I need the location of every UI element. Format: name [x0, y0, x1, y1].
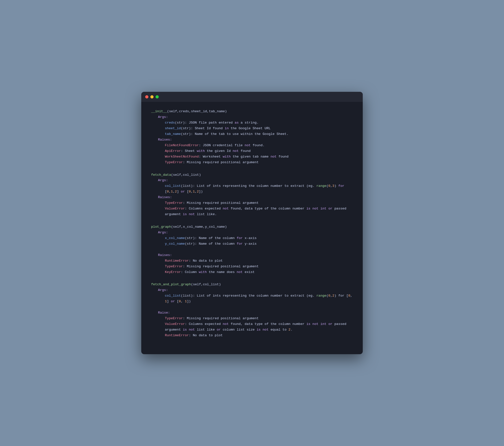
fetch-data-error-valueerror-line1: ValueError: Columns expected not found, …: [165, 206, 353, 212]
close-button[interactable]: [145, 95, 148, 98]
fetch-data-func-line: fetch_data(self,col_list): [151, 172, 353, 178]
plot-graph-error-runtime: RuntimeError: No data to plot: [165, 258, 353, 264]
init-param-tab-name: tab_name(str): Name of the tab to use wi…: [165, 131, 353, 137]
init-param-sheet-id: sheet_id(str): Sheet Id found in the Goo…: [165, 126, 353, 131]
init-error-filenotfound: FileNotFoundError: JSON credential file …: [165, 143, 353, 149]
fetch-data-raises-label: Raises:: [158, 195, 353, 200]
fetch-and-plot-section: fetch_and_plot_graph(self,col_list) Args…: [151, 282, 353, 338]
fetch-and-plot-error-valueerror-line1: ValueError: Columns expected not found, …: [165, 321, 353, 327]
fetch-data-args-label: Args:: [158, 178, 353, 183]
fetch-and-plot-func-line: fetch_and_plot_graph(self,col_list): [151, 282, 353, 287]
plot-graph-param-x: x_col_name(str): Name of the column for …: [165, 236, 353, 241]
fetch-and-plot-raise-label: Raise:: [158, 310, 353, 316]
plot-graph-func-line: plot_graph(self,x_col_name,y_col_name): [151, 224, 353, 230]
fetch-data-error-typeerror: TypeError: Missing required positional a…: [165, 200, 353, 206]
fetch-and-plot-param-line2: 1] or [0, 1]): [165, 299, 353, 304]
fetch-and-plot-spacer: [151, 304, 353, 310]
init-func-line: __init__(self,creds,sheet_id,tab_name): [151, 109, 353, 114]
fetch-and-plot-error-runtime: RuntimeError: No data to plot: [165, 333, 353, 338]
init-error-apierror: ApiError: Sheet with the given Id not fo…: [165, 149, 353, 154]
fetch-and-plot-param-line1: col_list(list): List of ints representin…: [165, 293, 353, 299]
init-param-creds: creds(str): JSON file path entered as a …: [165, 120, 353, 126]
plot-graph-param-y: y_col_name(str): Name of the column for …: [165, 241, 353, 247]
fetch-and-plot-error-valueerror-line2: argument is not list like or column list…: [165, 327, 353, 333]
init-error-typeerror: TypeError: Missing required positional a…: [165, 160, 353, 166]
plot-graph-error-typeerror: TypeError: Missing required positional a…: [165, 264, 353, 270]
init-section: __init__(self,creds,sheet_id,tab_name) A…: [151, 109, 353, 165]
init-error-worksheetnotfound: WorkSheetNotFound: Worksheet with the gi…: [165, 154, 353, 160]
maximize-button[interactable]: [156, 95, 159, 98]
fetch-data-section: fetch_data(self,col_list) Args: col_list…: [151, 172, 353, 218]
fetch-data-error-valueerror-line2: argument is not list like.: [165, 212, 353, 217]
plot-graph-error-keyerror: KeyError: Column with the name does not …: [165, 270, 353, 275]
fetch-and-plot-args-label: Args:: [158, 287, 353, 293]
plot-graph-raises-label: Raises:: [158, 253, 353, 258]
init-raises-label: Raises:: [158, 137, 353, 143]
titlebar: [141, 92, 363, 102]
fetch-data-param-line2: [0,1,2] or [0,1,2]): [165, 189, 353, 195]
fetch-data-param-line1: col_list(list): List of ints representin…: [165, 183, 353, 189]
plot-graph-spacer: [151, 247, 353, 253]
code-content: __init__(self,creds,sheet_id,tab_name) A…: [141, 102, 363, 354]
fetch-and-plot-error-typeerror: TypeError: Missing required positional a…: [165, 316, 353, 321]
init-args-label: Args:: [158, 114, 353, 120]
plot-graph-args-label: Args:: [158, 230, 353, 236]
minimize-button[interactable]: [150, 95, 154, 98]
terminal-window: __init__(self,creds,sheet_id,tab_name) A…: [141, 92, 363, 354]
plot-graph-section: plot_graph(self,x_col_name,y_col_name) A…: [151, 224, 353, 275]
